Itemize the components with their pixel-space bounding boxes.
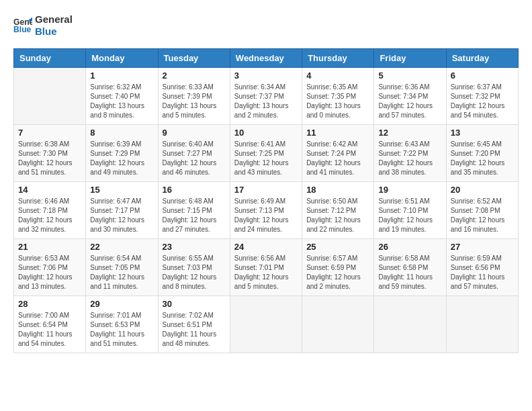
column-header-wednesday: Wednesday: [230, 49, 302, 68]
column-header-saturday: Saturday: [446, 49, 518, 68]
day-info: Sunrise: 6:50 AMSunset: 7:12 PMDaylight:…: [306, 197, 369, 234]
calendar-cell: [230, 296, 302, 353]
calendar-cell: 14Sunrise: 6:46 AMSunset: 7:18 PMDayligh…: [14, 182, 86, 239]
day-number: 26: [378, 242, 441, 252]
day-info: Sunrise: 6:36 AMSunset: 7:34 PMDaylight:…: [378, 83, 441, 120]
day-info: Sunrise: 6:33 AMSunset: 7:39 PMDaylight:…: [163, 83, 226, 120]
column-header-thursday: Thursday: [302, 49, 374, 68]
day-info: Sunrise: 6:45 AMSunset: 7:20 PMDaylight:…: [451, 140, 514, 177]
day-number: 8: [90, 128, 153, 138]
day-number: 30: [163, 299, 226, 309]
calendar-cell: 19Sunrise: 6:51 AMSunset: 7:10 PMDayligh…: [374, 182, 446, 239]
logo-line2: Blue: [35, 26, 73, 38]
calendar-cell: 13Sunrise: 6:45 AMSunset: 7:20 PMDayligh…: [446, 125, 518, 182]
day-info: Sunrise: 6:54 AMSunset: 7:05 PMDaylight:…: [90, 254, 153, 291]
calendar-cell: [302, 296, 374, 353]
day-number: 15: [90, 185, 153, 195]
day-number: 28: [18, 299, 81, 309]
calendar-cell: 18Sunrise: 6:50 AMSunset: 7:12 PMDayligh…: [302, 182, 374, 239]
calendar-week-1: 1Sunrise: 6:32 AMSunset: 7:40 PMDaylight…: [14, 68, 519, 125]
day-info: Sunrise: 6:32 AMSunset: 7:40 PMDaylight:…: [90, 83, 153, 120]
day-info: Sunrise: 6:59 AMSunset: 6:56 PMDaylight:…: [451, 254, 514, 291]
day-number: 22: [90, 242, 153, 252]
day-number: 29: [90, 299, 153, 309]
calendar-cell: 25Sunrise: 6:57 AMSunset: 6:59 PMDayligh…: [302, 239, 374, 296]
day-number: 12: [378, 128, 441, 138]
day-info: Sunrise: 6:55 AMSunset: 7:03 PMDaylight:…: [163, 254, 226, 291]
svg-text:Blue: Blue: [13, 25, 32, 34]
day-info: Sunrise: 6:38 AMSunset: 7:30 PMDaylight:…: [18, 140, 81, 177]
calendar-week-5: 28Sunrise: 7:00 AMSunset: 6:54 PMDayligh…: [14, 296, 519, 353]
calendar-cell: 8Sunrise: 6:39 AMSunset: 7:29 PMDaylight…: [86, 125, 158, 182]
column-header-monday: Monday: [86, 49, 158, 68]
day-number: 20: [451, 185, 514, 195]
day-info: Sunrise: 6:40 AMSunset: 7:27 PMDaylight:…: [163, 140, 226, 177]
column-header-tuesday: Tuesday: [158, 49, 230, 68]
day-info: Sunrise: 6:52 AMSunset: 7:08 PMDaylight:…: [451, 197, 514, 234]
day-number: 4: [306, 71, 369, 81]
calendar-cell: 12Sunrise: 6:43 AMSunset: 7:22 PMDayligh…: [374, 125, 446, 182]
day-info: Sunrise: 6:56 AMSunset: 7:01 PMDaylight:…: [234, 254, 298, 291]
day-number: 19: [378, 185, 441, 195]
calendar-cell: 4Sunrise: 6:35 AMSunset: 7:35 PMDaylight…: [302, 68, 374, 125]
day-info: Sunrise: 6:57 AMSunset: 6:59 PMDaylight:…: [306, 254, 369, 291]
calendar-cell: 3Sunrise: 6:34 AMSunset: 7:37 PMDaylight…: [230, 68, 302, 125]
calendar-cell: 29Sunrise: 7:01 AMSunset: 6:53 PMDayligh…: [86, 296, 158, 353]
day-number: 5: [378, 71, 441, 81]
calendar-cell: 1Sunrise: 6:32 AMSunset: 7:40 PMDaylight…: [86, 68, 158, 125]
calendar-cell: 10Sunrise: 6:41 AMSunset: 7:25 PMDayligh…: [230, 125, 302, 182]
day-info: Sunrise: 6:37 AMSunset: 7:32 PMDaylight:…: [451, 83, 514, 120]
calendar-cell: 11Sunrise: 6:42 AMSunset: 7:24 PMDayligh…: [302, 125, 374, 182]
day-info: Sunrise: 6:49 AMSunset: 7:13 PMDaylight:…: [234, 197, 298, 234]
page-header: General Blue General Blue: [13, 13, 519, 38]
calendar-cell: 5Sunrise: 6:36 AMSunset: 7:34 PMDaylight…: [374, 68, 446, 125]
day-number: 7: [18, 128, 81, 138]
day-info: Sunrise: 7:02 AMSunset: 6:51 PMDaylight:…: [163, 311, 226, 349]
calendar-cell: 23Sunrise: 6:55 AMSunset: 7:03 PMDayligh…: [158, 239, 230, 296]
day-number: 16: [163, 185, 226, 195]
day-number: 10: [234, 128, 298, 138]
calendar-cell: 7Sunrise: 6:38 AMSunset: 7:30 PMDaylight…: [14, 125, 86, 182]
calendar-cell: 24Sunrise: 6:56 AMSunset: 7:01 PMDayligh…: [230, 239, 302, 296]
day-info: Sunrise: 6:39 AMSunset: 7:29 PMDaylight:…: [90, 140, 153, 177]
calendar: SundayMondayTuesdayWednesdayThursdayFrid…: [13, 48, 519, 353]
day-info: Sunrise: 6:58 AMSunset: 6:58 PMDaylight:…: [378, 254, 441, 291]
day-number: 13: [451, 128, 514, 138]
day-info: Sunrise: 6:34 AMSunset: 7:37 PMDaylight:…: [234, 83, 298, 120]
day-number: 6: [451, 71, 514, 81]
day-info: Sunrise: 6:53 AMSunset: 7:06 PMDaylight:…: [18, 254, 81, 291]
calendar-cell: 30Sunrise: 7:02 AMSunset: 6:51 PMDayligh…: [158, 296, 230, 353]
calendar-cell: 2Sunrise: 6:33 AMSunset: 7:39 PMDaylight…: [158, 68, 230, 125]
day-number: 18: [306, 185, 369, 195]
day-info: Sunrise: 6:46 AMSunset: 7:18 PMDaylight:…: [18, 197, 81, 234]
calendar-cell: [374, 296, 446, 353]
calendar-cell: 16Sunrise: 6:48 AMSunset: 7:15 PMDayligh…: [158, 182, 230, 239]
logo-line1: General: [35, 13, 73, 26]
calendar-cell: [14, 68, 86, 125]
calendar-week-4: 21Sunrise: 6:53 AMSunset: 7:06 PMDayligh…: [14, 239, 519, 296]
column-header-friday: Friday: [374, 49, 446, 68]
day-number: 17: [234, 185, 298, 195]
logo-icon: General Blue: [13, 16, 32, 35]
calendar-cell: 17Sunrise: 6:49 AMSunset: 7:13 PMDayligh…: [230, 182, 302, 239]
day-info: Sunrise: 6:35 AMSunset: 7:35 PMDaylight:…: [306, 83, 369, 120]
calendar-cell: 21Sunrise: 6:53 AMSunset: 7:06 PMDayligh…: [14, 239, 86, 296]
calendar-cell: 20Sunrise: 6:52 AMSunset: 7:08 PMDayligh…: [446, 182, 518, 239]
column-header-sunday: Sunday: [14, 49, 86, 68]
day-number: 14: [18, 185, 81, 195]
day-info: Sunrise: 6:47 AMSunset: 7:17 PMDaylight:…: [90, 197, 153, 234]
calendar-cell: 26Sunrise: 6:58 AMSunset: 6:58 PMDayligh…: [374, 239, 446, 296]
day-number: 21: [18, 242, 81, 252]
calendar-cell: 22Sunrise: 6:54 AMSunset: 7:05 PMDayligh…: [86, 239, 158, 296]
calendar-cell: 15Sunrise: 6:47 AMSunset: 7:17 PMDayligh…: [86, 182, 158, 239]
day-info: Sunrise: 6:43 AMSunset: 7:22 PMDaylight:…: [378, 140, 441, 177]
day-number: 9: [163, 128, 226, 138]
calendar-cell: 9Sunrise: 6:40 AMSunset: 7:27 PMDaylight…: [158, 125, 230, 182]
day-number: 24: [234, 242, 298, 252]
logo: General Blue General Blue: [13, 13, 73, 38]
calendar-week-3: 14Sunrise: 6:46 AMSunset: 7:18 PMDayligh…: [14, 182, 519, 239]
day-number: 2: [163, 71, 226, 81]
calendar-cell: 27Sunrise: 6:59 AMSunset: 6:56 PMDayligh…: [446, 239, 518, 296]
day-number: 23: [163, 242, 226, 252]
calendar-cell: 28Sunrise: 7:00 AMSunset: 6:54 PMDayligh…: [14, 296, 86, 353]
